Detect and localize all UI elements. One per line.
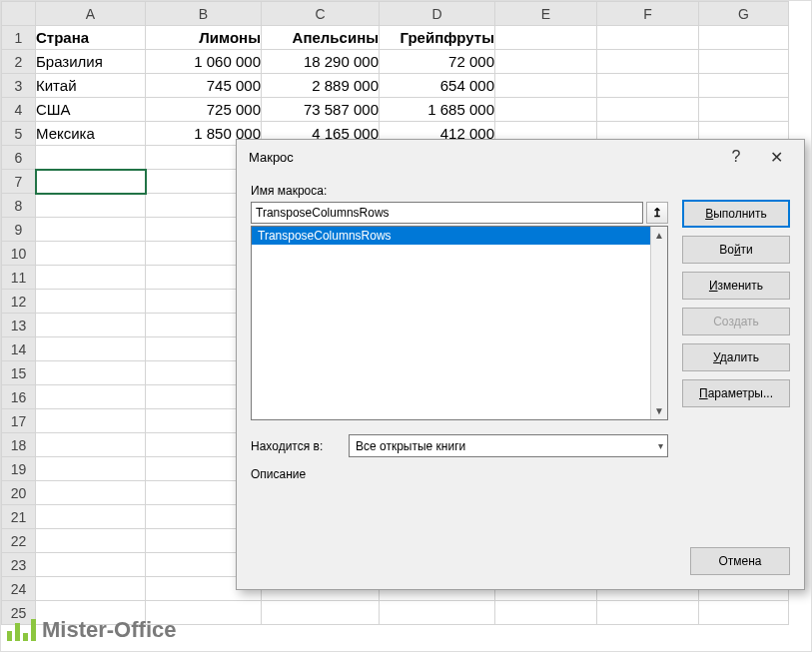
cell[interactable] — [36, 194, 146, 218]
cell[interactable]: 72 000 — [380, 50, 495, 74]
col-header-A[interactable]: A — [36, 2, 146, 26]
cancel-button[interactable]: Отмена — [690, 547, 790, 575]
cell[interactable] — [36, 146, 146, 170]
row-header[interactable]: 10 — [2, 242, 36, 266]
cell[interactable] — [36, 290, 146, 314]
select-all-corner[interactable] — [2, 2, 36, 26]
cell[interactable]: Бразилия — [36, 50, 146, 74]
row-header[interactable]: 11 — [2, 266, 36, 290]
cell[interactable]: США — [36, 98, 146, 122]
cell[interactable]: 2 889 000 — [262, 74, 380, 98]
col-header-E[interactable]: E — [495, 2, 597, 26]
delete-button[interactable]: Удалить — [682, 343, 790, 371]
cell[interactable]: Грейпфруты — [380, 26, 495, 50]
row-header[interactable]: 6 — [2, 146, 36, 170]
row-header[interactable]: 16 — [2, 385, 36, 409]
close-button[interactable]: ✕ — [756, 143, 796, 171]
cell[interactable] — [36, 433, 146, 457]
row-header[interactable]: 23 — [2, 553, 36, 577]
row-header[interactable]: 18 — [2, 433, 36, 457]
cell[interactable] — [262, 601, 380, 625]
step-into-button[interactable]: Войти — [682, 236, 790, 264]
cell[interactable] — [597, 74, 699, 98]
scroll-up-icon[interactable]: ▲ — [651, 227, 667, 244]
cell[interactable] — [36, 553, 146, 577]
cell[interactable]: Страна — [36, 26, 146, 50]
cell[interactable]: Китай — [36, 74, 146, 98]
cell[interactable]: 725 000 — [146, 98, 262, 122]
cell[interactable]: 1 060 000 — [146, 50, 262, 74]
row-header[interactable]: 2 — [2, 50, 36, 74]
row-header[interactable]: 22 — [2, 529, 36, 553]
row-header[interactable]: 5 — [2, 122, 36, 146]
row-header[interactable]: 8 — [2, 194, 36, 218]
macro-listbox[interactable]: TransposeColumnsRows ▲ ▼ — [251, 226, 668, 420]
cell[interactable] — [36, 505, 146, 529]
cell[interactable] — [36, 409, 146, 433]
row-header[interactable]: 3 — [2, 74, 36, 98]
collapse-refedit-button[interactable]: ↥ — [646, 202, 668, 224]
help-button[interactable]: ? — [716, 143, 756, 171]
scroll-down-icon[interactable]: ▼ — [651, 402, 667, 419]
cell[interactable] — [699, 26, 789, 50]
row-header[interactable]: 13 — [2, 314, 36, 337]
cell[interactable] — [36, 361, 146, 385]
active-cell[interactable] — [36, 170, 146, 194]
options-button[interactable]: Параметры... — [682, 379, 790, 407]
cell[interactable]: 18 290 000 — [262, 50, 380, 74]
row-header[interactable]: 21 — [2, 505, 36, 529]
row-header[interactable]: 14 — [2, 337, 36, 361]
edit-button[interactable]: Изменить — [682, 272, 790, 300]
cell[interactable] — [495, 26, 597, 50]
col-header-C[interactable]: C — [262, 2, 380, 26]
cell[interactable] — [36, 218, 146, 242]
col-header-G[interactable]: G — [699, 2, 789, 26]
cell[interactable] — [36, 314, 146, 337]
cell[interactable] — [597, 26, 699, 50]
row-header[interactable]: 12 — [2, 290, 36, 314]
scrollbar[interactable]: ▲ ▼ — [650, 227, 667, 419]
cell[interactable] — [495, 98, 597, 122]
cell[interactable] — [597, 98, 699, 122]
cell[interactable] — [495, 50, 597, 74]
cell[interactable] — [36, 457, 146, 481]
cell[interactable] — [699, 98, 789, 122]
list-item[interactable]: TransposeColumnsRows — [252, 227, 667, 245]
row-header[interactable]: 24 — [2, 577, 36, 601]
cell[interactable] — [36, 266, 146, 290]
cell[interactable]: 1 685 000 — [380, 98, 495, 122]
cell[interactable] — [699, 601, 789, 625]
cell[interactable]: Апельсины — [262, 26, 380, 50]
row-header[interactable]: 4 — [2, 98, 36, 122]
cell[interactable]: Лимоны — [146, 26, 262, 50]
cell[interactable] — [597, 50, 699, 74]
cell[interactable]: 745 000 — [146, 74, 262, 98]
row-header[interactable]: 1 — [2, 26, 36, 50]
col-header-B[interactable]: B — [146, 2, 262, 26]
row-header[interactable]: 15 — [2, 361, 36, 385]
cell[interactable] — [380, 601, 495, 625]
cell[interactable] — [597, 601, 699, 625]
cell[interactable] — [36, 337, 146, 361]
cell[interactable] — [495, 601, 597, 625]
cell[interactable] — [699, 50, 789, 74]
col-header-F[interactable]: F — [597, 2, 699, 26]
row-header[interactable]: 9 — [2, 218, 36, 242]
col-header-D[interactable]: D — [380, 2, 495, 26]
run-button[interactable]: Выполнить — [682, 200, 790, 228]
macro-name-input[interactable] — [251, 202, 643, 224]
cell[interactable] — [36, 481, 146, 505]
location-select[interactable]: Все открытые книги ▾ — [349, 434, 668, 457]
cell[interactable] — [699, 74, 789, 98]
cell[interactable] — [36, 385, 146, 409]
row-header[interactable]: 19 — [2, 457, 36, 481]
cell[interactable] — [495, 74, 597, 98]
dialog-titlebar[interactable]: Макрос ? ✕ — [237, 140, 804, 174]
row-header[interactable]: 20 — [2, 481, 36, 505]
row-header[interactable]: 17 — [2, 409, 36, 433]
cell[interactable] — [36, 577, 146, 601]
cell[interactable]: 654 000 — [380, 74, 495, 98]
cell[interactable]: 73 587 000 — [262, 98, 380, 122]
row-header[interactable]: 7 — [2, 170, 36, 194]
cell[interactable] — [36, 242, 146, 266]
